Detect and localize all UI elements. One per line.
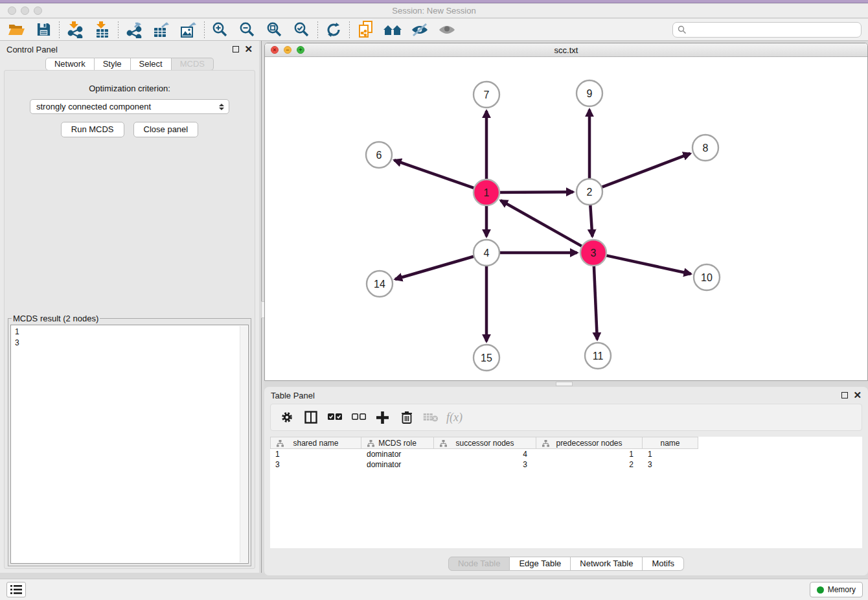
node-9[interactable]: 9 [577,80,602,106]
open-session-button[interactable] [3,20,30,40]
mcds-result-box: 13 [10,325,249,564]
run-mcds-button[interactable]: Run MCDS [61,122,124,137]
import-table-button[interactable] [89,20,116,40]
task-history-button[interactable] [6,582,26,597]
node-label: 2 [587,187,593,198]
show-all-button[interactable] [433,20,461,40]
vertical-splitter[interactable] [259,41,264,573]
tab-node-table[interactable]: Node Table [448,557,510,571]
float-panel-icon[interactable] [233,46,239,52]
delete-table-button[interactable] [418,406,442,428]
tab-mcds[interactable]: MCDS [172,58,214,71]
edge-2-8[interactable] [599,154,691,188]
edge-3-1[interactable] [501,200,584,248]
edge-3-10[interactable] [604,255,691,273]
horizontal-splitter-handle[interactable] [556,382,573,386]
status-bar: Memory [0,579,868,600]
node-4[interactable]: 4 [474,240,499,266]
node-7[interactable]: 7 [474,82,499,108]
tab-network-table[interactable]: Network Table [571,557,643,571]
tab-motifs[interactable]: Motifs [643,557,684,571]
node-6[interactable]: 6 [366,142,392,168]
column-header-mcds-role[interactable]: MCDS role [361,437,434,449]
node-15[interactable]: 15 [474,345,499,371]
open-session-icon [8,22,25,38]
export-image-button[interactable] [175,20,202,40]
network-canvas[interactable]: 7968124314101511 [265,57,867,380]
table-cell: 2 [536,459,643,470]
tab-style[interactable]: Style [95,58,131,71]
horizontal-splitter[interactable] [264,381,868,387]
export-table-button[interactable] [148,20,175,40]
table-row[interactable]: 1dominator411 [270,449,862,459]
zoom-selected-button[interactable] [288,20,315,40]
column-header-label: MCDS role [378,439,417,448]
first-neighbors-button[interactable] [379,20,406,40]
float-table-panel-icon[interactable] [841,392,848,398]
column-header-predecessor-nodes[interactable]: predecessor nodes [536,437,643,449]
show-all-icon [438,22,456,38]
deselect-all-button[interactable] [347,406,371,428]
node-14[interactable]: 14 [367,271,393,297]
zoom-out-icon [239,21,256,38]
control-panel-header: Control Panel ✕ [0,41,259,58]
edge-4-14[interactable] [395,255,477,279]
optimization-label: Optimization criterion: [5,84,255,93]
column-header-successor-nodes[interactable]: successor nodes [434,437,536,449]
namespace-icon [367,440,374,447]
node-10[interactable]: 10 [694,264,720,290]
import-network-button[interactable] [62,20,89,40]
node-1[interactable]: 1 [474,179,499,205]
table-row[interactable]: 3dominator323 [270,459,862,470]
zoom-selected-icon [293,21,310,38]
main-toolbar [0,19,868,41]
edge-2-3[interactable] [590,202,592,237]
export-table-icon [153,21,170,38]
network-view-window: × − + scc.txt 7968124314101511 [264,43,868,381]
zoom-fit-button[interactable] [261,20,288,40]
select-all-button[interactable] [323,406,347,428]
close-panel-icon[interactable]: ✕ [244,46,253,52]
column-header-name[interactable]: name [643,437,698,449]
edge-1-6[interactable] [394,160,477,189]
close-table-panel-icon[interactable]: ✕ [853,392,862,398]
search-container [672,22,862,38]
add-column-button[interactable] [371,406,394,428]
node-label: 3 [591,248,597,259]
node-8[interactable]: 8 [692,135,718,161]
network-from-selection-button[interactable] [352,20,379,40]
zoom-out-button[interactable] [234,20,261,40]
node-3[interactable]: 3 [580,240,606,266]
edge-3-11[interactable] [594,263,597,340]
edge-1-2[interactable] [497,192,573,192]
save-session-button[interactable] [30,20,57,40]
hide-selected-button[interactable] [406,20,433,40]
apply-layout-button[interactable] [320,20,347,40]
node-2[interactable]: 2 [577,179,602,205]
zoom-in-button[interactable] [207,20,234,40]
mcds-result-value: 3 [15,338,244,349]
toolbar-separator [59,21,60,38]
import-network-icon [67,21,83,38]
function-builder-button[interactable]: f(x) [442,406,466,428]
delete-button[interactable] [394,406,418,428]
tab-network[interactable]: Network [45,58,95,71]
column-header-shared-name[interactable]: shared name [270,437,361,449]
control-panel: Control Panel ✕ NetworkStyleSelectMCDS O… [0,41,259,573]
node-11[interactable]: 11 [585,343,611,369]
tab-edge-table[interactable]: Edge Table [510,557,571,571]
criterion-dropdown[interactable]: strongly connected component [30,99,229,114]
gear-button[interactable] [275,406,299,428]
split-panel-button[interactable] [299,406,323,428]
search-icon [678,25,687,34]
apply-layout-icon [325,21,342,38]
close-panel-button[interactable]: Close panel [133,122,199,137]
application-window: Session: New Session [0,0,868,600]
network-window-title: scc.txt [265,45,867,55]
table-cell: dominator [361,449,434,459]
tab-select[interactable]: Select [131,58,172,71]
memory-button[interactable]: Memory [810,582,863,597]
search-input[interactable] [672,22,862,38]
result-scrollbar[interactable] [240,326,247,562]
export-network-button[interactable] [120,20,148,40]
